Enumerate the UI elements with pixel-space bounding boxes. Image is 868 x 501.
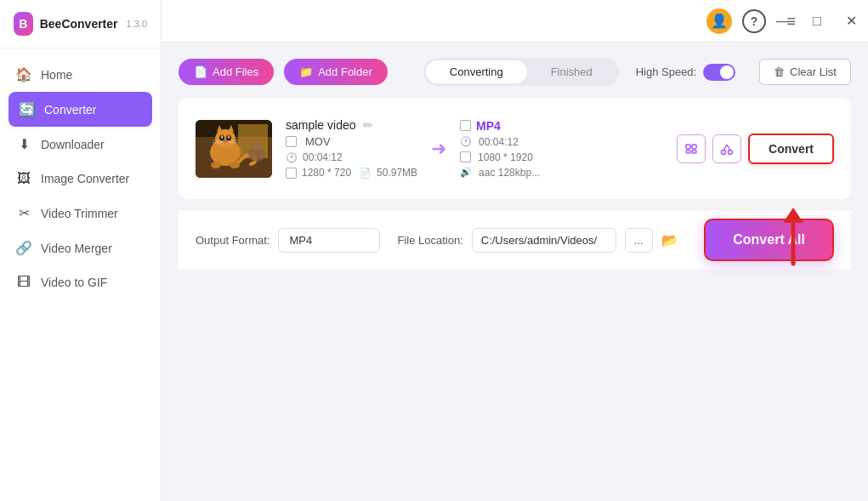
thumbnail-image: [196, 120, 272, 178]
app-name: BeeConverter: [40, 17, 118, 31]
file-info: sample video ✏ MOV 🕐 00:04:12: [286, 118, 417, 179]
app-version: 1.3.0: [127, 19, 147, 29]
svg-rect-21: [692, 145, 696, 149]
add-files-button[interactable]: 📄 Add Files: [179, 59, 274, 85]
svg-marker-29: [783, 208, 803, 223]
downloader-icon: ⬇: [15, 136, 32, 152]
sidebar-item-video-trimmer[interactable]: ✂ Video Trimmer: [0, 196, 161, 231]
sidebar-item-converter[interactable]: 🔄 Converter: [9, 92, 152, 127]
settings-icon: [684, 142, 698, 156]
settings-icon-btn[interactable]: [677, 134, 706, 163]
video-to-gif-icon: 🎞: [15, 275, 32, 290]
svg-point-25: [729, 150, 733, 154]
sidebar-label-home: Home: [41, 68, 72, 82]
clear-list-label: Clear List: [790, 65, 837, 78]
output-audio: aac 128kbp...: [479, 167, 540, 179]
svg-point-11: [224, 139, 227, 142]
source-format: MOV: [305, 135, 331, 148]
sidebar-label-video-merger: Video Merger: [41, 242, 112, 255]
tab-converting[interactable]: Converting: [426, 60, 527, 83]
output-format: MP4: [460, 119, 596, 133]
output-clock-icon: 🕐: [460, 136, 472, 147]
clear-list-button[interactable]: 🗑 Clear List: [759, 59, 851, 85]
close-button[interactable]: ✕: [834, 0, 868, 43]
audio-icon: 🔊: [460, 167, 472, 178]
profile-avatar[interactable]: 👤: [706, 9, 732, 34]
sidebar-label-image-converter: Image Converter: [41, 172, 129, 185]
output-meta-resolution: 1080 * 1920: [460, 151, 596, 163]
file-thumbnail: [196, 120, 272, 178]
source-resolution: 1280 * 720: [302, 167, 351, 179]
cut-icon-btn[interactable]: [712, 134, 741, 163]
clear-list-icon: 🗑: [774, 65, 785, 78]
video-trimmer-icon: ✂: [15, 205, 32, 221]
svg-point-19: [251, 140, 263, 151]
size-checkbox[interactable]: [286, 168, 297, 179]
sidebar-item-home[interactable]: 🏠 Home: [0, 57, 161, 92]
output-format-select[interactable]: MP4 MOV AVI MKV: [278, 228, 380, 253]
file-meta-row-duration: 🕐 00:04:12: [286, 151, 417, 163]
sidebar-item-video-merger[interactable]: 🔗 Video Merger: [0, 231, 161, 265]
output-meta-audio: 🔊 aac 128kbp...: [460, 167, 596, 179]
svg-point-9: [221, 135, 224, 139]
convert-all-button[interactable]: Convert All: [704, 219, 834, 261]
sidebar-label-downloader: Downloader: [41, 138, 105, 151]
topbar: 👤 ? ≡ — □ ✕: [162, 0, 868, 43]
converter-icon: 🔄: [19, 101, 36, 117]
edit-icon[interactable]: ✏: [363, 118, 373, 132]
content-area: 📄 Add Files 📁 Add Folder Converting Fini…: [162, 43, 868, 501]
video-merger-icon: 🔗: [15, 240, 32, 256]
output-resolution: 1080 * 1920: [478, 151, 533, 163]
svg-point-4: [215, 129, 235, 148]
add-files-label: Add Files: [213, 65, 258, 78]
output-res-checkbox[interactable]: [460, 151, 471, 162]
svg-line-27: [727, 145, 730, 151]
red-arrow-svg: [776, 204, 810, 272]
help-button[interactable]: ?: [742, 9, 766, 33]
svg-rect-22: [686, 151, 690, 153]
source-size: 50.97MB: [377, 167, 417, 179]
sidebar-header: B BeeConverter 1.3.0: [0, 0, 161, 48]
add-folder-button[interactable]: 📁 Add Folder: [284, 59, 388, 85]
home-icon: 🏠: [15, 66, 32, 83]
output-checkbox[interactable]: [460, 120, 471, 131]
file-location-browse-button[interactable]: ...: [625, 228, 653, 253]
output-info: MP4 🕐 00:04:12 1080 * 1920 🔊 aac 12: [460, 119, 596, 179]
svg-rect-23: [692, 151, 696, 153]
minimize-button[interactable]: —: [766, 0, 800, 43]
cut-icon: [720, 142, 734, 156]
format-checkbox[interactable]: [286, 136, 297, 147]
bottom-bar: Output Format: MP4 MOV AVI MKV File Loca…: [179, 209, 851, 270]
add-files-icon: 📄: [194, 65, 207, 78]
sidebar-item-image-converter[interactable]: 🖼 Image Converter: [0, 162, 161, 196]
svg-line-26: [723, 145, 727, 151]
tab-switcher: Converting Finished: [423, 58, 619, 86]
svg-point-10: [228, 135, 230, 139]
svg-point-17: [230, 162, 240, 168]
sidebar-item-video-to-gif[interactable]: 🎞 Video to GIF: [0, 265, 161, 299]
sidebar: B BeeConverter 1.3.0 🏠 Home 🔄 Converter …: [0, 0, 162, 501]
sidebar-label-converter: Converter: [44, 103, 96, 117]
svg-point-24: [722, 150, 726, 154]
file-list-area: sample video ✏ MOV 🕐 00:04:12: [179, 98, 851, 199]
convert-button[interactable]: Convert: [748, 134, 834, 164]
action-bar: 📄 Add Files 📁 Add Folder Converting Fini…: [179, 58, 851, 86]
sidebar-item-downloader[interactable]: ⬇ Downloader: [0, 127, 161, 162]
file-meta-row-size: 1280 * 720 📄 50.97MB: [286, 167, 417, 179]
maximize-button[interactable]: □: [800, 0, 834, 43]
file-location-field: File Location: ... 📂: [397, 228, 678, 253]
add-folder-label: Add Folder: [318, 65, 372, 78]
svg-line-13: [213, 142, 223, 143]
high-speed-toggle-track[interactable]: [703, 64, 735, 81]
window-controls: — □ ✕: [766, 0, 868, 42]
high-speed-toggle-thumb: [720, 65, 734, 79]
image-converter-icon: 🖼: [15, 171, 32, 186]
folder-open-icon[interactable]: 📂: [661, 232, 678, 248]
file-list-wrapper: sample video ✏ MOV 🕐 00:04:12: [179, 98, 851, 209]
tab-finished[interactable]: Finished: [527, 60, 616, 83]
svg-line-15: [228, 142, 238, 143]
add-folder-icon: 📁: [299, 65, 313, 78]
sidebar-nav: 🏠 Home 🔄 Converter ⬇ Downloader 🖼 Image …: [0, 48, 161, 308]
file-location-input[interactable]: [472, 228, 616, 253]
file-location-label: File Location:: [397, 234, 462, 247]
